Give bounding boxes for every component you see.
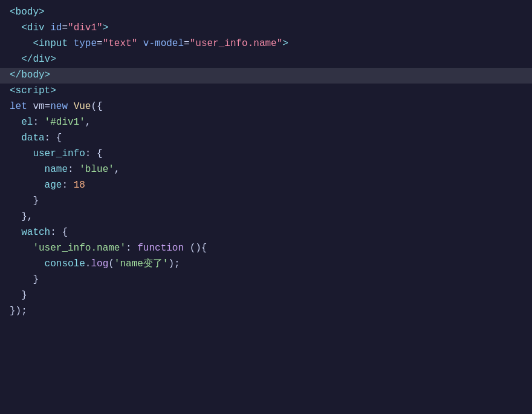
token-property: user_info <box>33 146 85 162</box>
indent <box>10 131 21 146</box>
token-tag: <script> <box>10 84 56 99</box>
code-line: <div id="div1"> <box>0 21 532 36</box>
token-punct: }); <box>10 304 27 320</box>
token-attr-name: id <box>50 21 62 36</box>
token-punct: : { <box>85 146 103 162</box>
token-tag: > <box>282 36 288 52</box>
token-tag: <div <box>21 21 50 36</box>
token-punct: = <box>62 21 68 36</box>
token-punct: = <box>184 36 190 52</box>
indent <box>10 178 45 194</box>
token-string: '#div1' <box>45 115 85 131</box>
token-property: console <box>45 257 85 272</box>
code-line: data: { <box>0 131 532 146</box>
token-tag: > <box>103 21 109 36</box>
token-property: age <box>45 178 62 194</box>
indent <box>10 225 21 241</box>
code-line: }, <box>0 209 532 225</box>
token-tag: <input <box>33 36 73 52</box>
token-punct: : { <box>50 225 68 241</box>
token-property: name <box>45 162 68 178</box>
code-line: let vm=new Vue({ <box>0 99 532 115</box>
code-line: } <box>0 194 532 209</box>
indent <box>10 241 33 257</box>
token-punct: ( <box>108 257 114 272</box>
indent <box>10 52 21 68</box>
token-punct: . <box>85 257 91 272</box>
token-punct: : <box>126 241 137 257</box>
token-punct: : <box>62 178 73 194</box>
code-line: name: 'blue', <box>0 162 532 178</box>
code-line: console.log('name变了'); <box>0 257 532 272</box>
code-line: } <box>0 272 532 288</box>
token-punct: (){ <box>190 241 207 257</box>
token-property: data <box>21 131 44 146</box>
token-var-name: vm <box>33 99 44 115</box>
token-tag: </div> <box>21 52 56 68</box>
token-punct: , <box>85 115 91 131</box>
token-punct: } <box>33 194 39 209</box>
token-attr-value: "div1" <box>68 21 103 36</box>
token-punct: , <box>114 162 120 178</box>
code-line: <input type="text" v-model="user_info.na… <box>0 36 532 52</box>
token-attr-name: v-model <box>143 36 184 52</box>
token-attr-name: type <box>74 36 97 52</box>
code-line: el: '#div1', <box>0 115 532 131</box>
token-keyword: let <box>10 99 33 115</box>
token-attr-value: "text" <box>103 36 138 52</box>
token-punct: : <box>68 162 79 178</box>
token-tag: </body> <box>10 68 50 84</box>
token-class-name: Vue <box>74 99 91 115</box>
token-keyword: new <box>50 99 73 115</box>
token-number: 18 <box>74 178 85 194</box>
token-punct: ({ <box>91 99 102 115</box>
token-text <box>137 36 143 52</box>
token-string: 'blue' <box>79 162 114 178</box>
indent <box>10 257 45 272</box>
code-line: 'user_info.name': function (){ <box>0 241 532 257</box>
code-line: </div> <box>0 52 532 68</box>
code-editor: <body> <div id="div1"> <input type="text… <box>0 0 532 414</box>
token-function-kw: log <box>91 257 108 272</box>
token-property: el <box>21 115 33 131</box>
indent <box>10 36 33 52</box>
code-line: } <box>0 288 532 304</box>
code-line: }); <box>0 304 532 320</box>
code-line: user_info: { <box>0 146 532 162</box>
token-punct: ); <box>168 257 180 272</box>
indent <box>10 194 33 209</box>
code-line: watch: { <box>0 225 532 241</box>
token-tag: <body> <box>10 5 45 21</box>
indent <box>10 288 21 304</box>
token-function-kw: function <box>137 241 189 257</box>
indent <box>10 272 33 288</box>
token-punct: : <box>33 115 44 131</box>
token-string: 'name变了' <box>114 257 169 272</box>
indent <box>10 21 21 36</box>
token-punct: : { <box>45 131 62 146</box>
token-punct: } <box>33 272 39 288</box>
indent <box>10 162 45 178</box>
indent <box>10 209 21 225</box>
token-punct: = <box>97 36 103 52</box>
token-attr-value: "user_info.name" <box>190 36 283 52</box>
token-punct: } <box>21 288 27 304</box>
code-line: </body> <box>0 68 532 84</box>
token-property: watch <box>21 225 50 241</box>
code-line: <script> <box>0 84 532 99</box>
token-punct: }, <box>21 209 33 225</box>
indent <box>10 115 21 131</box>
indent <box>10 146 33 162</box>
token-punct: = <box>45 99 51 115</box>
code-line: <body> <box>0 5 532 21</box>
code-line: age: 18 <box>0 178 532 194</box>
token-string: 'user_info.name' <box>33 241 126 257</box>
